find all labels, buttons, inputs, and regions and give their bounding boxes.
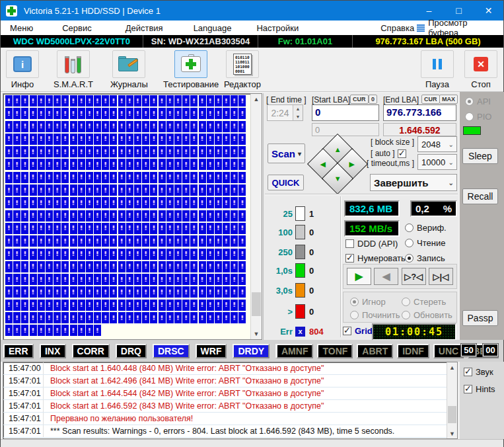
binary-editor-icon: 010110 110011 101000 0001 [233,54,252,75]
scrollbar-thumb[interactable] [448,406,456,423]
pause-button[interactable]: Пауза [421,50,454,89]
start-lba-cur-button[interactable]: CUR [350,95,369,104]
passp-button[interactable]: Passp [462,310,498,326]
block-cell: ! [166,121,174,132]
journals-tab[interactable]: Журналы [110,50,148,89]
defect-radio-2[interactable]: Стереть [402,297,446,307]
scrollbar-thumb[interactable] [252,292,261,316]
block-cell: ! [215,210,222,222]
scroll-down-icon[interactable]: ▼ [251,329,262,339]
start-lba-zero-button[interactable]: 0 [369,95,377,104]
block-cell: ! [238,95,246,106]
block-cell: ! [134,249,141,260]
timeout-select[interactable]: 10000⌄ [417,154,457,170]
legend-color-block [295,206,305,221]
mode-radio-2[interactable]: Чтение [405,238,445,248]
menu-item-6[interactable]: Справка [378,23,417,33]
hints-checkbox[interactable]: Hints [464,384,495,394]
block-cell: ! [223,274,230,285]
block-cell: ! [207,249,214,260]
recall-button[interactable]: Recall [462,188,498,204]
block-cell: ! [102,108,109,119]
block-cell: ! [110,121,117,132]
seek-error-button[interactable]: ▷?◁ [402,268,426,285]
grid-checkbox[interactable]: Grid [343,326,373,336]
end-time-spinner[interactable]: 2:24 ▲▼ [267,104,303,121]
block-map-scrollbar[interactable]: ▲ ▼ [250,94,262,339]
block-cell: ! [238,274,246,285]
start-lba-input[interactable]: 0 [312,104,379,121]
menu-item-5[interactable]: Настройки [254,23,301,33]
block-cell: ! [199,95,206,106]
block-cell: ! [231,172,238,183]
block-cell: ! [94,121,101,132]
divider [43,413,44,425]
first-aid-icon [181,56,201,72]
scroll-up-icon[interactable]: ▲ [251,94,262,104]
menu-item-2[interactable]: Сервис [59,23,94,33]
defect-radio-1[interactable]: Игнор [350,297,386,307]
mode-radio-3[interactable]: Запись [405,253,445,263]
legend-label: 25 [264,209,293,219]
block-cell: ! [126,159,133,170]
end-lba-cur-button[interactable]: CUR [421,95,440,104]
block-cell: ! [118,261,126,272]
scan-button[interactable]: Scan▾ [268,143,305,163]
editor-tab[interactable]: 010110 110011 101000 0001 Редактор [224,50,261,89]
seek-position-button[interactable]: ▷|◁ [429,268,453,285]
defect-radio-3[interactable]: Починить [350,310,400,320]
end-lba-max-button[interactable]: MAX [439,95,458,104]
scroll-up-icon[interactable]: ▲ [447,362,457,372]
ddd-api-checkbox[interactable]: DDD (API) [345,239,398,249]
play-button[interactable]: ▶ [347,268,371,285]
info-tab[interactable]: i Инфо [6,50,39,89]
menu-item-1[interactable]: Меню [7,23,36,33]
block-cell: ! [78,184,85,196]
action-select[interactable]: Завершить⌄ [370,174,457,191]
block-cell: ! [110,172,117,183]
block-cell: ! [159,286,166,298]
defect-radio-4[interactable]: Обновить [402,310,452,320]
block-cell: ! [126,134,133,145]
block-cell: ! [78,235,85,247]
device-model: WDC WD5000LPVX-22V0TT0 [1,35,143,48]
end-lba-input[interactable]: 976.773.166 [383,104,456,121]
menu-item-4[interactable]: Language [191,23,234,33]
stop-button[interactable]: ✕ Стоп [464,50,497,89]
block-cell: ! [54,95,61,106]
block-cell: ! [86,261,93,272]
block-cell: ! [142,95,149,106]
testing-tab[interactable]: Тестирование [163,50,219,89]
auto-checkbox[interactable] [398,149,406,158]
reverse-button[interactable]: ◀ [374,268,398,285]
menu-item-3[interactable]: Действия [123,23,166,33]
block-cell: ! [190,274,198,285]
log-scrollbar[interactable]: ▲ ▼ [447,362,457,438]
block-cell: ! [94,286,101,298]
block-cell: ! [118,223,126,234]
mode-radio-1[interactable]: Вериф. [405,223,447,233]
start-lba-secondary: 0 [312,123,379,136]
pio-radio[interactable]: PIO [465,112,491,122]
smart-tab[interactable]: S.M.A.R.T [54,50,93,89]
quick-button[interactable]: QUICK [268,175,304,190]
block-cell: ! [78,210,85,222]
block-cell: ! [110,235,117,247]
spinner-arrows-icon[interactable]: ▲▼ [293,105,303,120]
drive-status-bar: ERRINXCORRDRQDRSCWRFDRDYBUSY AMNFTONFABR… [1,340,503,362]
sound-checkbox[interactable]: Звук [464,367,493,377]
scroll-down-icon[interactable]: ▼ [447,428,457,438]
block-cell: ! [126,172,133,183]
block-cell: ! [207,312,214,323]
radio-dot-icon [350,311,359,319]
block-cell: ! [38,274,45,285]
block-cell: ! [54,300,61,311]
block-cell: ! [159,274,166,285]
numerate-checkbox[interactable]: Нумеровать [345,253,406,263]
sleep-button[interactable]: Sleep [462,148,498,164]
block-cell: ! [118,134,126,145]
block-cell: ! [238,146,246,157]
block-size-select[interactable]: 2048⌄ [417,136,457,152]
api-radio[interactable]: API [465,97,491,106]
error-x-icon: x [295,327,305,337]
